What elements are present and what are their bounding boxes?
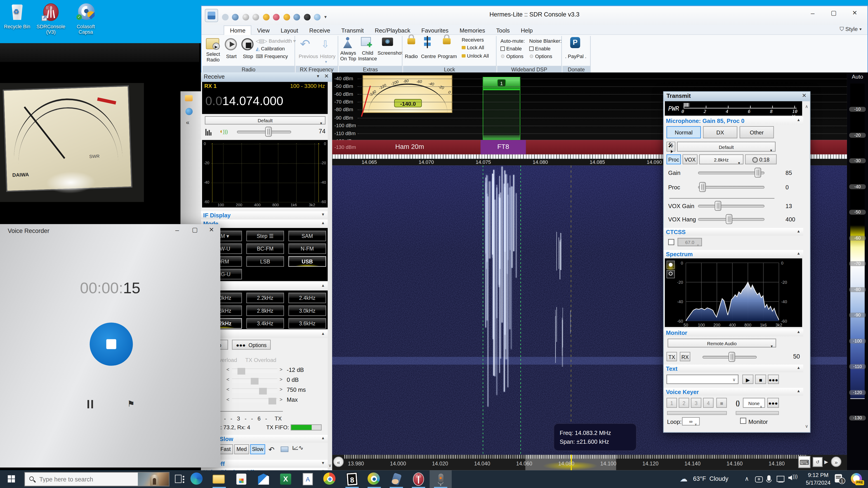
always-on-top-button[interactable]: AlwaysOn Top (339, 51, 358, 61)
tab-transmit[interactable]: Transmit (336, 26, 369, 35)
play-scroll-icon[interactable]: ▶ (825, 459, 828, 465)
agc-button-fast[interactable]: Fast (218, 445, 233, 454)
desktop-icon-recycle-bin[interactable]: ♻ Recycle Bin (1, 3, 33, 29)
tx-slider-gain[interactable] (698, 168, 765, 177)
receive-collapse-icon[interactable]: ▼ (316, 74, 320, 78)
tx-profile-other[interactable]: Other (740, 126, 774, 138)
child-instance-icon[interactable]: ✚ (361, 37, 371, 46)
filter-button-3.6kHz[interactable]: 3.6kHz (288, 318, 326, 329)
dsp-slider-track-attenuation[interactable] (232, 368, 277, 373)
tray-network-icon[interactable] (777, 476, 784, 482)
automute-options[interactable]: ⚙ Options (500, 54, 524, 59)
text-combo[interactable]: ∨ (666, 375, 739, 384)
vr-minimize-button[interactable]: – (170, 226, 184, 234)
screenshot-button[interactable]: Screenshot (377, 51, 400, 56)
scroll-left-button[interactable]: « (333, 456, 344, 467)
legend-auto-label[interactable]: Auto (847, 74, 868, 80)
dsp-slider-left[interactable]: < (226, 367, 229, 372)
unlock-all-button[interactable]: Unlock All (462, 53, 489, 59)
keyboard-entry-button[interactable]: ⌨ (798, 456, 810, 468)
dsp-slider-track-limit[interactable] (232, 398, 277, 403)
dsp-slider-left[interactable]: < (226, 387, 229, 392)
close-button[interactable]: ✕ (846, 9, 863, 22)
tx-slider-vox-gain[interactable] (698, 201, 765, 211)
dsp-slider-right[interactable]: > (280, 377, 283, 382)
vr-maximize-button[interactable]: ▢ (188, 226, 202, 234)
loop-dropdown[interactable]: ∞∨ (682, 417, 700, 426)
taskbar-app-voice-recorder[interactable] (430, 470, 452, 488)
taskbar-app-js8call[interactable]: 8 (341, 470, 363, 488)
weather-label[interactable]: 63°F Cloudy (693, 475, 728, 482)
waterfall-legend[interactable]: Auto -10-20-30-40-50-60-70-80-90-100-110… (847, 72, 868, 470)
filter-button-2.8kHz[interactable]: 2.8kHz (246, 305, 284, 316)
transmit-scroll-up[interactable]: ∧ (805, 104, 808, 109)
tab-layout[interactable]: Layout (275, 26, 304, 35)
tx-slider-vox-hang[interactable] (698, 214, 765, 224)
receive-scrollbar[interactable] (328, 82, 332, 469)
history-button[interactable]: History (317, 54, 339, 59)
volume-slider[interactable] (237, 127, 291, 137)
mode-button-bc-fm[interactable]: BC-FM (246, 243, 284, 254)
mode-button-step[interactable]: Step ☰ (246, 231, 284, 241)
stop-recording-button[interactable] (90, 323, 133, 366)
text-header[interactable]: Text▲ (664, 365, 803, 372)
paypal-icon[interactable]: P (570, 37, 580, 48)
bandwidth-button[interactable]: ◁|||▷ Bandwidth ▾ (256, 38, 296, 43)
lock-program-icon[interactable] (443, 38, 451, 44)
graph-icon[interactable]: 📈︎∿ (292, 445, 304, 452)
screenshot-icon[interactable] (382, 38, 393, 46)
weather-icon[interactable]: ☁ (680, 474, 687, 483)
collapse-chevron[interactable]: « (186, 119, 189, 126)
history-dropdown-icon[interactable]: ▼ (324, 60, 328, 64)
monitor-rx-button[interactable]: RX (680, 352, 690, 361)
start-button[interactable] (0, 470, 23, 488)
search-input[interactable] (38, 474, 132, 484)
keyer-key-1[interactable]: 1 (666, 398, 677, 408)
tray-chevron-icon[interactable]: ∧ (745, 475, 749, 483)
lock-all-button[interactable]: Lock All (462, 45, 484, 50)
tx-spectrum-header[interactable]: Spectrum▲ (664, 250, 803, 258)
text-play-button[interactable]: ▶ (742, 375, 753, 384)
dsp-slider-thumb[interactable] (251, 378, 258, 385)
mode-button-lsb[interactable]: LSB (246, 256, 284, 267)
tx-device-dropdown[interactable]: Default▼ (677, 142, 776, 152)
mode-button-usb[interactable]: USB (288, 256, 326, 267)
filter-button-3.0kHz[interactable]: 3.0kHz (288, 305, 326, 316)
tx-slider-proc[interactable] (698, 182, 765, 192)
search-bing-image[interactable] (138, 473, 169, 486)
legend-gradient-bar[interactable] (850, 84, 865, 399)
dsp-slider-track-gain[interactable] (232, 379, 277, 383)
dsp-slider-thumb[interactable] (268, 398, 276, 404)
tab-view[interactable]: View (252, 26, 275, 35)
minimize-button[interactable]: – (804, 9, 821, 22)
lock-program-button[interactable]: Program (436, 54, 458, 59)
dsp-slider-thumb[interactable] (259, 388, 267, 394)
noiseblanker-options[interactable]: ⚙ Options (529, 54, 552, 59)
dsp-slider-track-delay[interactable] (232, 388, 277, 393)
tray-camera-icon[interactable] (755, 477, 763, 483)
tab-memories[interactable]: Memories (454, 26, 491, 35)
keyer-key-4[interactable]: 4 (703, 398, 714, 408)
start-button[interactable]: Start (222, 54, 240, 59)
dsp-slider-right[interactable]: > (280, 367, 283, 372)
dsp-options-button[interactable]: ●●● Options (232, 340, 271, 350)
previous-icon[interactable]: ↶ (300, 37, 310, 52)
monitor-device-dropdown[interactable]: Remote Audio▼ (668, 339, 776, 348)
band-navigator[interactable]: « ⌨ ↺ ▶ » 13.98014.00014.02014.04014.060… (332, 455, 847, 470)
dsp-slider-right[interactable]: > (280, 387, 283, 392)
flag-marker-button[interactable]: ⚑ (127, 399, 135, 409)
agc-button-med[interactable]: Med (234, 445, 249, 454)
slider-settings-icon[interactable] (281, 447, 288, 452)
select-radio-button[interactable]: SelectRadio (203, 52, 223, 63)
undo-icon[interactable]: ↶ (269, 445, 275, 454)
taskbar-app-writer[interactable]: A (297, 470, 319, 488)
taskbar-app-chrome[interactable] (319, 470, 341, 488)
notification-icon[interactable]: 1 (835, 474, 844, 483)
keyer-key-2[interactable]: 2 (679, 398, 689, 408)
keyer-more-button[interactable]: ●●● (767, 398, 779, 408)
tab-rec-playback[interactable]: Rec/Playback (369, 26, 416, 35)
frequency-display[interactable]: RX 1 100 - 3300 Hz 0.014.074.000 (202, 82, 328, 114)
taskbar-app-microsoft-store[interactable] (230, 470, 252, 488)
noiseblanker-enable[interactable]: Enable (529, 46, 550, 51)
taskbar-app-mail[interactable] (252, 470, 275, 488)
